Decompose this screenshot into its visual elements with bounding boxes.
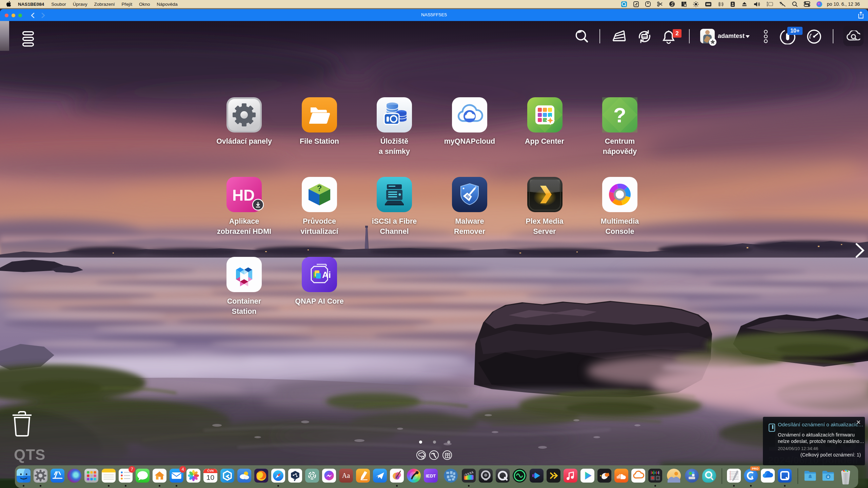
- svg-text:?: ?: [613, 103, 626, 127]
- svg-text:Ai: Ai: [322, 270, 331, 280]
- svg-text:D: D: [243, 186, 255, 204]
- svg-text:H: H: [232, 186, 243, 204]
- svg-text:?: ?: [317, 184, 322, 193]
